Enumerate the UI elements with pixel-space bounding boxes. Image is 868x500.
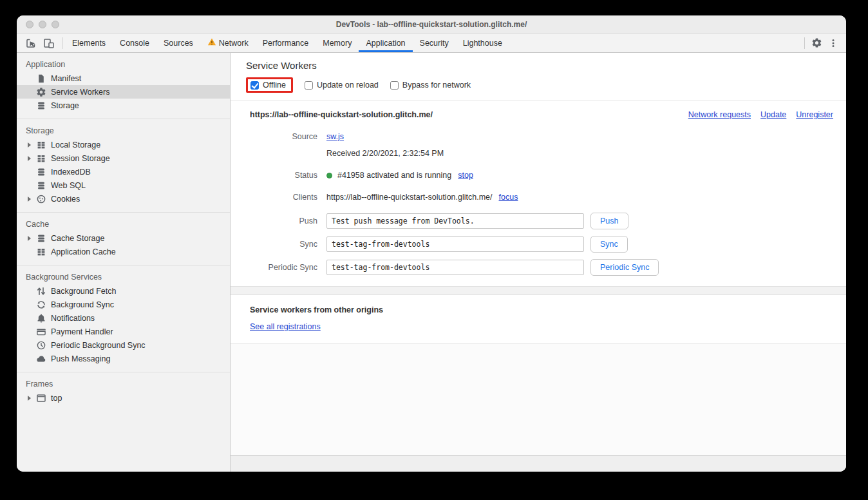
devtools-toolbar: Elements Console Sources Network Perform… [17,34,846,53]
close-window-button[interactable] [26,21,33,28]
tab-console[interactable]: Console [113,34,156,52]
sidebar-section-background-services: Background Services [17,270,230,284]
sidebar-item-background-sync[interactable]: Background Sync [17,298,230,311]
sidebar-item-label: Storage [51,101,79,110]
stop-link[interactable]: stop [458,171,473,180]
network-requests-link[interactable]: Network requests [688,110,751,119]
periodic-sync-tag-input[interactable] [326,260,584,275]
sidebar-item-payment-handler[interactable]: Payment Handler [17,325,230,338]
sync-button[interactable]: Sync [590,236,628,253]
sidebar-item-service-workers[interactable]: Service Workers [17,85,230,99]
service-worker-details: https://lab--offline-quickstart-solution… [231,101,846,286]
warning-icon [207,37,216,48]
push-message-input[interactable] [326,213,584,229]
settings-gear-icon[interactable] [809,35,824,51]
client-url: https://lab--offline-quickstart-solution… [326,193,493,202]
toolbar-divider [62,37,62,49]
sidebar-item-manifest[interactable]: Manifest [17,72,230,85]
clock-icon [36,340,46,351]
sidebar-section-cache: Cache [17,217,230,231]
sidebar-item-notifications[interactable]: Notifications [17,311,230,325]
sync-label: Sync [250,240,317,249]
tab-lighthouse[interactable]: Lighthouse [456,34,509,52]
checkbox-unchecked-icon[interactable] [390,81,399,90]
periodic-sync-button[interactable]: Periodic Sync [590,259,659,276]
checkbox-unchecked-icon[interactable] [305,81,313,90]
sidebar-item-label: Cookies [51,195,80,204]
periodic-sync-row: Periodic Sync Periodic Sync [250,259,833,276]
tab-label: Console [120,39,149,48]
frame-icon [36,393,46,403]
bypass-for-network-checkbox[interactable]: Bypass for network [390,81,471,90]
kebab-menu-icon[interactable] [826,35,841,51]
tab-performance[interactable]: Performance [256,34,316,52]
received-timestamp: Received 2/20/2021, 2:32:54 PM [326,149,444,158]
push-row: Push Push [250,213,833,229]
sidebar-item-label: Background Sync [51,300,114,309]
sidebar-item-label: Payment Handler [51,327,113,336]
sidebar-item-label: Web SQL [51,181,86,190]
sidebar-item-cookies[interactable]: Cookies [17,192,230,206]
focus-link[interactable]: focus [499,193,518,202]
device-toolbar-icon[interactable] [41,35,57,51]
sidebar-item-label: Session Storage [51,154,110,163]
inspect-element-icon[interactable] [23,35,39,51]
push-button[interactable]: Push [590,213,628,229]
worker-origin: https://lab--offline-quickstart-solution… [250,110,433,119]
see-all-registrations-link[interactable]: See all registrations [250,322,321,331]
window-title: DevTools - lab--offline-quickstart-solut… [17,20,846,29]
tab-sources[interactable]: Sources [156,34,200,52]
update-link[interactable]: Update [760,110,786,119]
tab-label: Security [420,39,449,48]
tab-network[interactable]: Network [200,34,256,52]
sidebar-item-web-sql[interactable]: Web SQL [17,178,230,192]
sidebar-item-label: Periodic Background Sync [51,341,146,350]
service-workers-pane: Service Workers Offline Update on reload [231,53,846,472]
sidebar-item-cache-storage[interactable]: Cache Storage [17,231,230,245]
offline-checkbox[interactable]: Offline [250,81,286,90]
sidebar-item-label: Push Messaging [51,354,110,363]
sidebar-item-session-storage[interactable]: Session Storage [17,151,230,165]
maximize-window-button[interactable] [52,21,59,28]
sidebar-item-push-messaging[interactable]: Push Messaging [17,352,230,365]
empty-area [231,344,846,455]
tab-label: Memory [323,39,352,48]
tab-memory[interactable]: Memory [316,34,359,52]
database-icon [36,101,46,111]
checkbox-label: Offline [263,81,286,90]
status-label: Status [250,171,317,180]
sidebar-item-indexeddb[interactable]: IndexedDB [17,165,230,178]
sidebar-item-label: Service Workers [51,88,109,97]
tab-elements[interactable]: Elements [65,34,113,52]
sync-row: Sync Sync [250,236,833,253]
chevron-right-icon[interactable] [28,142,36,148]
database-icon [36,180,46,191]
chevron-right-icon[interactable] [28,236,36,241]
page-title: Service Workers [246,60,833,71]
sidebar-item-local-storage[interactable]: Local Storage [17,138,230,151]
tab-security[interactable]: Security [413,34,456,52]
source-file-link[interactable]: sw.js [326,132,344,141]
sidebar-item-label: top [51,394,62,403]
checkbox-checked-icon[interactable] [250,81,259,90]
window-controls [26,15,59,33]
sidebar-item-background-fetch[interactable]: Background Fetch [17,284,230,298]
card-icon [36,327,46,337]
sidebar-item-top-frame[interactable]: top [17,391,230,405]
sync-tag-input[interactable] [326,236,584,252]
service-worker-toggles: Offline Update on reload Bypass for netw… [246,75,833,95]
tab-label: Lighthouse [463,39,502,48]
sidebar-item-periodic-background-sync[interactable]: Periodic Background Sync [17,338,230,352]
unregister-link[interactable]: Unregister [796,110,833,119]
chevron-right-icon[interactable] [28,396,36,401]
chevron-right-icon[interactable] [28,156,36,161]
sidebar-section-storage: Storage [17,124,230,138]
sidebar-item-application-cache[interactable]: Application Cache [17,245,230,258]
tab-application[interactable]: Application [359,34,412,52]
chevron-right-icon[interactable] [28,197,36,202]
sidebar-item-label: Local Storage [51,140,100,149]
update-on-reload-checkbox[interactable]: Update on reload [305,81,379,90]
document-icon [36,73,46,84]
minimize-window-button[interactable] [39,21,46,28]
sidebar-item-storage[interactable]: Storage [17,99,230,112]
